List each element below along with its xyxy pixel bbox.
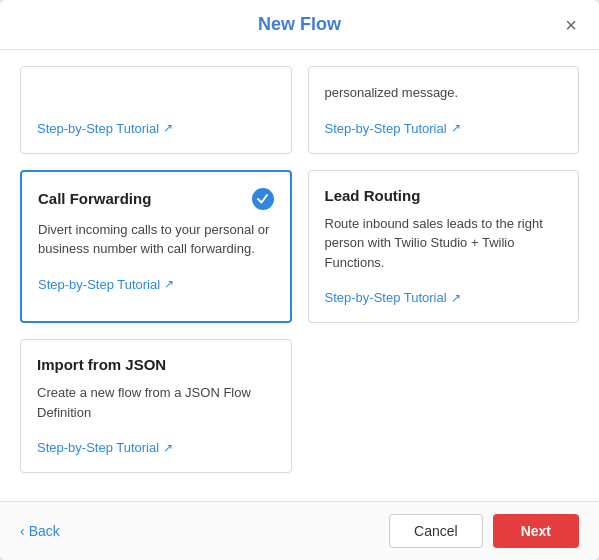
card-call-forwarding-tutorial[interactable]: Step-by-Step Tutorial ↗ [38, 277, 174, 292]
external-link-icon: ↗ [163, 121, 173, 135]
tutorial-label-text-2: Step-by-Step Tutorial [325, 121, 447, 136]
card-call-forwarding-header: Call Forwarding [38, 188, 274, 210]
card-call-forwarding-title: Call Forwarding [38, 190, 151, 207]
tutorial-label: Step-by-Step Tutorial [38, 277, 160, 292]
card-partial-left[interactable]: Step-by-Step Tutorial ↗ [20, 66, 292, 154]
card-lead-routing-header: Lead Routing [325, 187, 563, 204]
tutorial-label-json: Step-by-Step Tutorial [37, 440, 159, 455]
card-partial-right-tutorial[interactable]: Step-by-Step Tutorial ↗ [325, 121, 461, 136]
card-import-json[interactable]: Import from JSON Create a new flow from … [20, 339, 292, 473]
card-partial-left-desc [37, 83, 275, 103]
card-call-forwarding[interactable]: Call Forwarding Divert incoming calls to… [20, 170, 292, 324]
card-lead-routing-tutorial[interactable]: Step-by-Step Tutorial ↗ [325, 290, 461, 305]
modal-title: New Flow [258, 14, 341, 35]
back-button[interactable]: ‹ Back [20, 523, 60, 539]
tutorial-label-lead: Step-by-Step Tutorial [325, 290, 447, 305]
card-lead-routing-title: Lead Routing [325, 187, 421, 204]
footer-actions: Cancel Next [389, 514, 579, 548]
card-import-json-desc: Create a new flow from a JSON Flow Defin… [37, 383, 275, 422]
card-lead-routing-desc: Route inbound sales leads to the right p… [325, 214, 563, 273]
tutorial-label-text: Step-by-Step Tutorial [37, 121, 159, 136]
external-link-icon-4: ↗ [451, 291, 461, 305]
cards-grid: Call Forwarding Divert incoming calls to… [20, 170, 579, 474]
card-import-json-tutorial[interactable]: Step-by-Step Tutorial ↗ [37, 440, 173, 455]
card-partial-left-tutorial[interactable]: Step-by-Step Tutorial ↗ [37, 121, 173, 136]
modal-header: New Flow × [0, 0, 599, 50]
next-button[interactable]: Next [493, 514, 579, 548]
card-import-json-header: Import from JSON [37, 356, 275, 373]
card-call-forwarding-desc: Divert incoming calls to your personal o… [38, 220, 274, 259]
external-link-icon-3: ↗ [164, 277, 174, 291]
back-chevron-icon: ‹ [20, 523, 25, 539]
top-partial-row: Step-by-Step Tutorial ↗ personalized mes… [20, 66, 579, 154]
card-partial-right[interactable]: personalized message. Step-by-Step Tutor… [308, 66, 580, 154]
modal-body: Step-by-Step Tutorial ↗ personalized mes… [0, 50, 599, 501]
new-flow-modal: New Flow × Step-by-Step Tutorial ↗ perso… [0, 0, 599, 560]
card-partial-right-desc: personalized message. [325, 83, 563, 103]
selected-check-icon [252, 188, 274, 210]
back-label: Back [29, 523, 60, 539]
cancel-button[interactable]: Cancel [389, 514, 483, 548]
external-link-icon-5: ↗ [163, 441, 173, 455]
external-link-icon-2: ↗ [451, 121, 461, 135]
card-import-json-title: Import from JSON [37, 356, 166, 373]
modal-footer: ‹ Back Cancel Next [0, 501, 599, 560]
card-lead-routing[interactable]: Lead Routing Route inbound sales leads t… [308, 170, 580, 324]
close-button[interactable]: × [559, 13, 583, 37]
